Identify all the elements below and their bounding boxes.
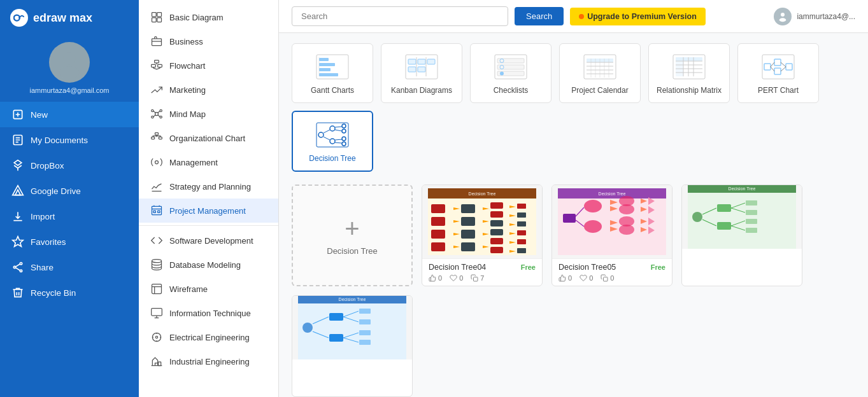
nav-favorites[interactable]: Favorites [0,229,139,254]
mid-item-project-mgmt[interactable]: Project Management [139,198,278,223]
svg-rect-50 [418,59,425,64]
user-menu[interactable]: iammurtaza4@... [774,8,855,25]
action-likes-dt04: 0 [429,274,442,282]
svg-rect-129 [490,229,503,235]
svg-point-40 [781,13,785,17]
svg-point-160 [619,225,634,235]
sidebar-mid: Basic Diagram Business Flowchart [139,0,279,397]
template-name-dt04: Decision Tree04 [429,263,486,272]
mid-item-org-chart[interactable]: Organizational Chart [139,126,278,150]
category-pert-chart[interactable]: PERT Chart [737,43,819,103]
svg-rect-144 [474,277,478,282]
svg-rect-131 [490,247,503,253]
svg-point-24 [152,116,153,118]
template-dt05[interactable]: Decision Tree [551,185,672,286]
app-name: edraw max [33,11,92,25]
svg-rect-36 [152,284,162,294]
nav-my-documents[interactable]: My Documents [0,127,139,153]
svg-rect-13 [152,18,157,22]
svg-rect-184 [746,219,757,224]
svg-rect-126 [490,202,503,209]
svg-rect-111 [431,217,445,226]
template-thumb-dt05: Decision Tree [552,185,672,258]
category-relationship-matrix[interactable]: Relationship Matrix [648,43,730,103]
mid-item-software-dev[interactable]: Software Development [139,228,278,253]
svg-point-158 [619,204,634,214]
template-dt04[interactable]: Decision Tree [422,185,543,286]
svg-rect-30 [159,137,162,139]
svg-text:Decision Tree: Decision Tree [599,192,626,196]
svg-line-21 [153,111,155,113]
svg-rect-39 [159,362,161,366]
search-button[interactable]: Search [515,7,564,25]
nav-import[interactable]: Import [0,204,139,229]
mid-item-marketing[interactable]: Marketing [139,78,278,102]
template-thumb-dt06: Decision Tree [682,185,802,249]
svg-point-173 [692,212,702,222]
svg-rect-170 [688,185,796,249]
svg-point-10 [20,270,22,272]
svg-rect-51 [427,59,435,64]
svg-rect-34 [158,211,160,212]
svg-rect-198 [359,309,371,314]
mid-item-electrical[interactable]: Electrical Engineering [139,325,278,349]
svg-rect-141 [517,230,526,235]
svg-rect-53 [418,67,425,72]
category-decision-tree[interactable]: Decision Tree [292,111,373,172]
top-bar: Search Upgrade to Premium Version iammur… [279,0,868,33]
svg-rect-176 [717,204,731,212]
mid-item-strategy[interactable]: Strategy and Planning [139,174,278,198]
svg-rect-177 [717,222,731,230]
logo-icon [10,9,28,27]
action-hearts-dt04: 0 [450,274,463,282]
svg-rect-88 [786,64,792,70]
nav-dropbox[interactable]: DropBox [0,153,139,178]
action-copies-dt05: 0 [601,274,614,282]
svg-rect-43 [319,58,329,61]
template-new-blank[interactable]: + Decision Tree [292,185,413,286]
nav-recycle-bin[interactable]: Recycle Bin [0,280,139,305]
mid-item-database[interactable]: Database Modeling [139,253,278,277]
action-likes-dt05: 0 [559,274,572,282]
svg-rect-28 [155,133,159,135]
svg-rect-46 [319,73,338,76]
category-kanban[interactable]: Kanban Diagrams [381,43,462,103]
user-avatar-small [774,8,792,25]
category-project-calendar[interactable]: Project Calendar [559,43,641,103]
template-info-dt04: Decision Tree04 Free 0 0 [422,258,542,286]
mid-item-info-tech[interactable]: Information Technique [139,301,278,325]
template-dt06[interactable]: Decision Tree [681,185,802,286]
main-content: Search Upgrade to Premium Version iammur… [279,0,868,397]
svg-text:Decision Tree: Decision Tree [339,297,366,302]
svg-rect-169 [604,277,608,282]
svg-point-62 [500,72,504,76]
mid-item-mind-map[interactable]: Mind Map [139,102,278,126]
search-input[interactable] [292,6,508,26]
svg-point-22 [160,109,162,111]
svg-rect-33 [153,211,155,212]
template-badge-dt05: Free [651,263,665,271]
category-checklists[interactable]: Checklists [470,43,551,103]
upgrade-dot [579,14,584,19]
upgrade-button[interactable]: Upgrade to Premium Version [570,8,706,25]
svg-rect-118 [461,204,475,213]
svg-rect-52 [408,67,416,72]
mid-item-flowchart[interactable]: Flowchart [139,53,278,78]
nav-new[interactable]: New [0,102,139,127]
template-dt07[interactable]: Decision Tree [292,295,413,397]
svg-text:Decision Tree: Decision Tree [729,186,756,191]
svg-rect-183 [746,210,757,215]
mid-item-basic-diagram[interactable]: Basic Diagram [139,5,278,29]
mid-item-wireframe[interactable]: Wireframe [139,277,278,301]
nav-google-drive[interactable]: Google Drive [0,178,139,204]
svg-line-25 [153,115,155,117]
mid-item-industrial[interactable]: Industrial Engineering [139,349,278,373]
category-gantt[interactable]: Gantt Charts [292,43,373,103]
svg-rect-87 [774,68,781,74]
mid-item-business[interactable]: Business [139,29,278,53]
nav-share[interactable]: Share [0,254,139,280]
svg-rect-193 [329,334,343,342]
templates-grid: + Decision Tree Decision Tree [292,185,855,397]
mid-item-management[interactable]: Management [139,150,278,174]
svg-point-41 [779,18,786,22]
